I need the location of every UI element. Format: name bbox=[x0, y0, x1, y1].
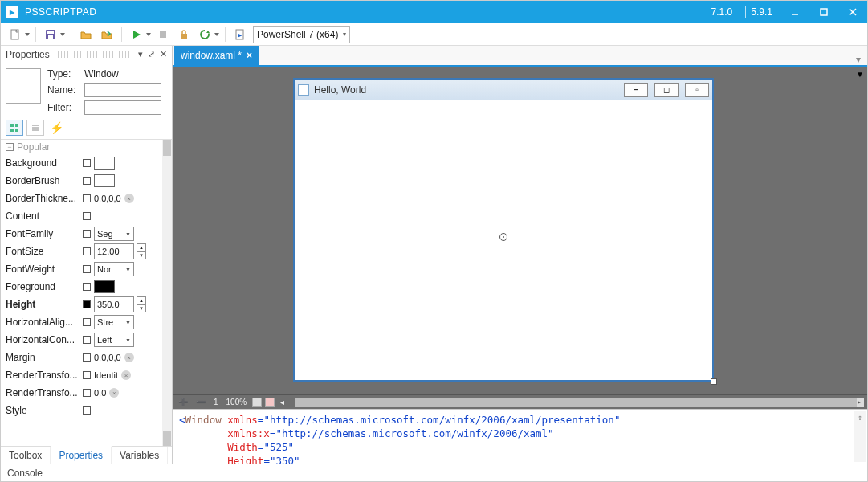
title-bar: ▶ PSSCRIPTPAD 7.1.0 5.9.1 bbox=[1, 1, 867, 23]
save-button[interactable] bbox=[41, 26, 60, 43]
value-marker[interactable] bbox=[83, 247, 91, 255]
name-input[interactable] bbox=[84, 83, 161, 97]
zoom-in-button[interactable]: ➕ bbox=[176, 397, 190, 408]
reset-icon[interactable]: × bbox=[124, 194, 134, 203]
value-marker[interactable] bbox=[83, 336, 91, 344]
value-marker[interactable] bbox=[83, 159, 91, 167]
maximize-button[interactable] bbox=[809, 1, 838, 23]
pin-icon[interactable]: ⤢ bbox=[148, 49, 155, 59]
script-icon[interactable]: ▶ bbox=[230, 26, 250, 43]
events-view-button[interactable]: ⚡ bbox=[47, 120, 65, 136]
designer-canvas[interactable]: ▼ Hello, World – ◻ ▫ bbox=[173, 67, 867, 394]
reset-icon[interactable]: × bbox=[109, 388, 119, 398]
prop-margin: Margin bbox=[6, 352, 79, 363]
collapse-icon[interactable]: − bbox=[6, 143, 14, 151]
prop-fontsize: FontSize bbox=[6, 246, 79, 257]
svg-rect-1 bbox=[821, 9, 827, 15]
editor-tab-windowxaml[interactable]: window.xaml * × bbox=[174, 46, 259, 65]
stop-button[interactable] bbox=[153, 26, 173, 43]
close-button[interactable] bbox=[838, 1, 867, 23]
lock-button[interactable] bbox=[174, 26, 194, 43]
fontweight-combo[interactable]: Nor▼ bbox=[94, 262, 134, 276]
value-marker[interactable] bbox=[83, 194, 91, 202]
value-marker[interactable] bbox=[83, 265, 91, 273]
snap-toggle-icon[interactable] bbox=[265, 398, 275, 407]
runtime-label: PowerShell 7 (x64) bbox=[257, 29, 338, 40]
type-label: Type: bbox=[47, 68, 81, 80]
svg-rect-21 bbox=[15, 129, 18, 132]
spin-down[interactable]: ▼ bbox=[137, 251, 146, 259]
minimize-button[interactable] bbox=[780, 1, 809, 23]
rtorigin-value[interactable]: 0,0 bbox=[94, 388, 106, 398]
console-tab[interactable]: Console bbox=[1, 464, 867, 481]
chevron-down-icon[interactable]: ▾ bbox=[138, 49, 143, 59]
spin-down[interactable]: ▼ bbox=[137, 304, 146, 312]
zoom-label: 100% bbox=[224, 397, 250, 408]
properties-scrollbar[interactable] bbox=[162, 140, 172, 446]
value-marker[interactable] bbox=[83, 318, 91, 326]
svg-marker-5 bbox=[25, 33, 30, 36]
tab-overflow-button[interactable]: ▾ bbox=[850, 54, 867, 65]
reset-icon[interactable]: × bbox=[121, 370, 131, 380]
spin-up[interactable]: ▲ bbox=[137, 296, 146, 304]
refresh-button[interactable] bbox=[195, 26, 214, 43]
tab-toolbox[interactable]: Toolbox bbox=[1, 447, 51, 464]
category-popular[interactable]: −Popular bbox=[1, 140, 172, 154]
zoom-out-button[interactable]: ➖ bbox=[194, 397, 208, 408]
run-dropdown[interactable] bbox=[145, 26, 152, 43]
reset-icon[interactable]: × bbox=[124, 353, 134, 362]
fontfamily-combo[interactable]: Seg▼ bbox=[94, 227, 134, 241]
categorized-view-button[interactable] bbox=[6, 120, 23, 136]
close-panel-icon[interactable]: ✕ bbox=[160, 49, 167, 59]
type-value: Window bbox=[84, 68, 119, 80]
value-marker[interactable] bbox=[83, 230, 91, 238]
designer-hscrollbar[interactable] bbox=[295, 398, 850, 407]
new-file-dropdown[interactable] bbox=[24, 26, 31, 43]
tab-properties[interactable]: Properties bbox=[51, 446, 112, 464]
value-marker[interactable] bbox=[83, 300, 91, 308]
designer-selection[interactable]: Hello, World – ◻ ▫ bbox=[293, 78, 714, 382]
tab-close-icon[interactable]: × bbox=[247, 50, 252, 61]
value-marker[interactable] bbox=[83, 212, 91, 220]
code-attr: xmlns bbox=[227, 414, 258, 426]
margin-value[interactable]: 0,0,0,0 bbox=[94, 353, 121, 362]
value-marker[interactable] bbox=[83, 283, 91, 291]
svg-rect-13 bbox=[181, 34, 187, 39]
value-marker[interactable] bbox=[83, 353, 91, 362]
value-marker[interactable] bbox=[83, 406, 91, 415]
foreground-swatch[interactable] bbox=[94, 280, 115, 293]
run-button[interactable] bbox=[127, 26, 146, 43]
tab-variables[interactable]: Variables bbox=[112, 447, 168, 464]
refresh-dropdown[interactable] bbox=[214, 26, 220, 43]
svg-marker-10 bbox=[133, 31, 141, 39]
alphabetical-view-button[interactable] bbox=[26, 120, 44, 136]
designer-menu-icon[interactable]: ▼ bbox=[856, 70, 864, 79]
open-folder-button[interactable] bbox=[76, 26, 96, 43]
fontsize-input[interactable]: 12.00 bbox=[94, 243, 134, 259]
spin-up[interactable]: ▲ bbox=[137, 243, 146, 251]
side-panel-tabs: Toolbox Properties Variables bbox=[1, 446, 172, 464]
background-swatch[interactable] bbox=[94, 157, 115, 170]
value-marker[interactable] bbox=[83, 371, 91, 379]
resize-handle-br[interactable] bbox=[711, 378, 717, 385]
panel-grip[interactable] bbox=[58, 51, 130, 58]
runtime-selector[interactable]: PowerShell 7 (x64) ▾ bbox=[253, 26, 350, 43]
svg-marker-11 bbox=[146, 33, 151, 36]
height-input[interactable]: 350.0 bbox=[94, 296, 134, 312]
borderthickness-value[interactable]: 0,0,0,0 bbox=[94, 194, 121, 203]
xaml-code-editor[interactable]: <Window xmlns="http://schemas.microsoft.… bbox=[173, 409, 867, 464]
grid-toggle-icon[interactable] bbox=[252, 398, 262, 407]
chevron-left-icon[interactable]: ◂ bbox=[278, 397, 287, 408]
save-dropdown[interactable] bbox=[59, 26, 66, 43]
rtransform-value[interactable]: Identit bbox=[94, 370, 118, 380]
prop-fontweight: FontWeight bbox=[6, 263, 79, 275]
new-file-button[interactable] bbox=[6, 26, 25, 43]
borderbrush-swatch[interactable] bbox=[94, 174, 115, 187]
value-marker[interactable] bbox=[83, 177, 91, 185]
export-button[interactable] bbox=[97, 26, 116, 43]
filter-input[interactable] bbox=[84, 100, 161, 115]
split-toggle-icon[interactable]: ⇕ bbox=[855, 412, 865, 422]
value-marker[interactable] bbox=[83, 389, 91, 397]
halign-combo[interactable]: Stre▼ bbox=[94, 315, 134, 329]
hcontent-combo[interactable]: Left▼ bbox=[94, 333, 134, 347]
